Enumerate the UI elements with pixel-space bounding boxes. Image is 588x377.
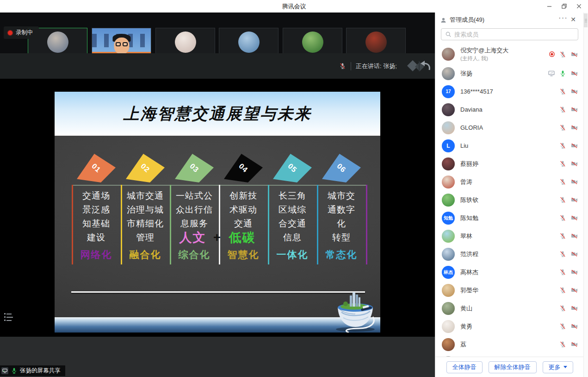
mic-on-icon[interactable] [559,70,566,77]
mic-muted-icon[interactable] [559,287,566,294]
mic-muted-icon[interactable] [559,305,566,312]
theme-carbon: 低碳 [229,231,255,245]
cam-off-icon[interactable] [570,251,578,258]
restore-icon [562,4,567,9]
member-name: 翠林 [460,232,472,240]
panel-scrollbar[interactable] [583,13,588,377]
step-arrow-shape: 05 [273,154,312,182]
cam-off-icon[interactable] [570,232,578,239]
window-controls [542,0,586,13]
annotation-list-icon[interactable] [4,313,13,321]
column-keyword: 融合化 [121,248,170,261]
cam-off-icon[interactable] [570,106,578,113]
cam-off-icon[interactable] [570,178,578,185]
member-row[interactable] [435,353,584,357]
mic-muted-icon[interactable] [559,142,566,149]
screen-share-icon [1,367,8,374]
member-row[interactable]: 荔 [435,335,584,353]
member-row[interactable]: 范洪程 [435,245,584,263]
cam-off-icon[interactable] [570,124,578,131]
avatar [442,67,455,80]
cam-off-icon[interactable] [570,70,578,77]
member-row[interactable]: 林杰高林杰 [435,263,584,281]
screen-icon[interactable] [548,70,555,77]
avatar: 17 [442,85,455,98]
panel-close-icon[interactable]: ✕ [570,16,576,23]
cam-off-icon[interactable] [570,287,578,294]
mic-muted-icon[interactable] [559,341,566,348]
mic-muted-icon[interactable] [559,323,566,330]
mic-on-icon [11,367,18,374]
member-row[interactable]: GLORIA [435,119,584,137]
more-button[interactable]: 更多 [543,361,573,373]
record-icon[interactable] [549,51,555,57]
mic-muted-icon[interactable] [559,269,566,276]
mic-muted-icon[interactable] [559,196,566,203]
member-name: 曾涛 [460,178,472,186]
member-panel-header: 管理成员(49) ··· ✕ [435,13,588,27]
avatar [302,31,323,53]
mic-muted-icon[interactable] [559,51,566,58]
speaking-label: 正在讲话: 张扬; [356,62,397,70]
cam-off-icon[interactable] [570,269,578,276]
member-panel: 管理成员(49) ··· ✕ 倪安宁@上海交大(主持人, 我)张扬17136**… [435,13,588,377]
mic-muted-icon[interactable] [559,232,566,239]
member-row[interactable]: Daviana [435,101,584,119]
minimize-button[interactable] [542,0,557,13]
column-keyword: 智慧化 [219,248,268,261]
mic-muted-icon[interactable] [559,124,566,131]
member-row[interactable]: LLiu [435,137,584,155]
avatar: 林杰 [442,266,455,279]
member-row[interactable]: 张扬 [435,64,584,82]
cam-off-icon[interactable] [570,341,578,348]
mic-muted-icon[interactable] [559,251,566,258]
mic-muted-icon[interactable] [559,178,566,185]
unmute-all-button[interactable]: 解除全体静音 [489,361,537,373]
avatar [442,121,455,134]
member-row[interactable]: 知勉陈知勉 [435,209,584,227]
member-name: 张扬 [460,69,472,78]
column-keyword: 网络化 [72,248,121,261]
cam-off-icon[interactable] [570,214,578,221]
panel-more-icon[interactable]: ··· [558,13,568,23]
caret-down-icon [563,366,567,368]
recording-label: 录制中 [16,29,33,37]
cam-off-icon[interactable] [570,51,578,58]
member-row[interactable]: 蔡丽婷 [435,155,584,173]
theme-human: 人文 [179,231,206,245]
slide-column: 城市交通治理与城市精细化管理融合化 [121,189,170,268]
member-row[interactable]: 17136****4517 [435,82,584,101]
titlebar: 腾讯会议 [0,0,588,13]
member-row[interactable]: 陈轶钦 [435,191,584,209]
cam-off-icon[interactable] [570,323,578,330]
restore-button[interactable] [557,0,571,13]
slide-column: 交通场景泛感知基础建设网络化 [72,189,121,268]
layout-switch-button[interactable] [406,58,432,75]
cam-off-icon[interactable] [570,88,578,95]
member-row[interactable]: 郭璺华 [435,281,584,299]
mute-all-button[interactable]: 全体静音 [446,361,483,373]
cam-off-icon[interactable] [570,160,578,167]
bottom-strip [0,337,435,377]
member-row[interactable]: 翠林 [435,227,584,245]
scrollbar-thumb[interactable] [584,13,588,27]
member-row[interactable]: 曾涛 [435,173,584,191]
share-banner: 张扬的屏幕共享 [0,365,65,376]
mic-muted-icon[interactable] [559,106,566,113]
cam-off-icon[interactable] [570,142,578,149]
member-row[interactable]: 黄勇 [435,317,584,335]
member-name: 黄勇 [460,322,472,331]
slide-title-banner: 上海智慧交通展望与未来 [55,92,380,136]
member-row[interactable]: 黄山 [435,299,584,317]
close-button[interactable] [571,0,586,13]
search-input[interactable] [454,31,574,38]
member-row[interactable]: 倪安宁@上海交大(主持人, 我) [435,44,584,64]
members-icon [440,17,447,24]
cam-off-icon[interactable] [570,196,578,203]
search-icon [445,31,452,38]
mic-muted-icon[interactable] [559,160,566,167]
mic-muted-icon[interactable] [559,214,566,221]
cam-off-icon[interactable] [570,305,578,312]
member-name: 高林杰 [460,268,478,276]
mic-muted-icon[interactable] [559,88,566,95]
